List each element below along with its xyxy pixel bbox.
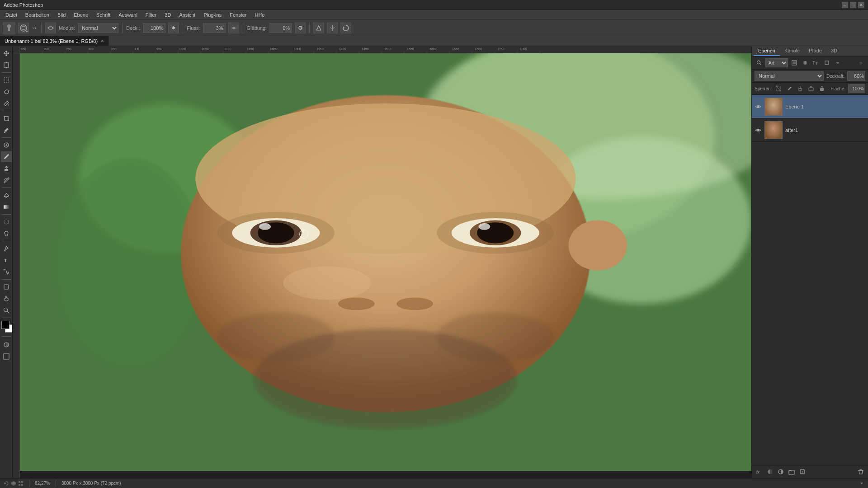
canvas-wrapper[interactable] [20, 53, 751, 471]
crop-tool[interactable] [1, 113, 12, 124]
add-fx-button[interactable]: fx [755, 467, 764, 476]
gradient-tool[interactable] [1, 202, 12, 212]
glaettung-settings-btn[interactable]: ⚙ [295, 23, 306, 33]
eyedropper-tool[interactable] [1, 125, 12, 136]
add-group-button[interactable] [787, 467, 796, 476]
svg-point-18 [4, 220, 9, 224]
menu-plugins[interactable]: Plug-ins [200, 11, 225, 19]
tab-ebenen[interactable]: Ebenen [754, 46, 780, 56]
brush-preset-picker[interactable]: ▼ [18, 23, 29, 33]
svg-rect-131 [19, 481, 20, 483]
screen-mode-btn[interactable] [1, 351, 12, 362]
angle-btn[interactable] [313, 23, 324, 33]
tab-3d[interactable]: 3D [826, 46, 842, 56]
menu-schrift[interactable]: Schrift [93, 11, 114, 19]
pen-tool[interactable] [1, 243, 12, 254]
menu-datei[interactable]: Datei [2, 11, 21, 19]
add-adjustment-button[interactable] [776, 467, 785, 476]
healing-brush-tool[interactable] [1, 140, 12, 150]
color-picker[interactable] [0, 321, 12, 334]
fill-input[interactable] [848, 84, 865, 93]
move-tool[interactable] [1, 48, 12, 59]
svg-text:1450: 1450 [362, 47, 369, 51]
menu-hilfe[interactable]: Hilfe [251, 11, 268, 19]
tab-pfade[interactable]: Pfade [804, 46, 826, 56]
history-brush-tool[interactable] [1, 175, 12, 186]
deck-input[interactable]: 100% [143, 23, 165, 33]
menu-fenster[interactable]: Fenster [226, 11, 250, 19]
opacity-label: Deckraft: [826, 74, 844, 79]
brush-tool[interactable] [1, 151, 12, 162]
opacity-input[interactable] [847, 71, 865, 81]
lasso-tool[interactable] [1, 86, 12, 97]
separator-3 [183, 23, 183, 33]
filter-pixel-btn[interactable] [790, 58, 799, 67]
type-tool[interactable]: T [1, 255, 12, 266]
svg-text:800: 800 [89, 47, 94, 51]
layers-filter-type[interactable]: Art [765, 58, 788, 67]
menu-bild[interactable]: Bild [54, 11, 69, 19]
layer-visibility-toggle[interactable] [755, 103, 762, 110]
layers-filter-toolbar: Art T T ○ [752, 56, 868, 70]
svg-line-24 [7, 311, 9, 314]
menu-filter[interactable]: Filter [142, 11, 160, 19]
layer-item[interactable]: after1 [752, 118, 868, 142]
glaettung-input[interactable]: 0% [269, 23, 292, 33]
eraser-tool[interactable] [1, 190, 12, 201]
clone-stamp-tool[interactable] [1, 163, 12, 174]
delete-layer-button[interactable] [856, 467, 865, 476]
menu-auswahl[interactable]: Auswahl [115, 11, 141, 19]
tab-close-icon[interactable]: ✕ [100, 38, 104, 43]
shape-tool[interactable] [1, 282, 12, 292]
lock-transparent-btn[interactable] [774, 84, 783, 93]
svg-text:T: T [816, 61, 818, 65]
quick-mask-btn[interactable] [1, 339, 12, 350]
path-selection-tool[interactable] [1, 267, 12, 277]
fluss-input[interactable]: 3% [203, 23, 226, 33]
title-bar-right[interactable]: ─ □ ✕ [842, 2, 864, 8]
foreground-color-swatch[interactable] [1, 321, 9, 329]
quick-select-tool[interactable] [1, 98, 12, 109]
modus-select[interactable]: Normal Auflösen Abdunkeln Multiplizieren [78, 23, 118, 33]
filter-smart-btn[interactable] [833, 58, 842, 67]
deck-pressure-btn[interactable]: ✱ [168, 23, 179, 33]
marquee-tool[interactable] [1, 75, 12, 85]
tool-preset-picker[interactable] [3, 22, 15, 34]
minimize-button[interactable]: ─ [842, 2, 848, 8]
symmetry-btn[interactable] [327, 23, 338, 33]
document-tab[interactable]: Unbenannt-1 bei 82,3% (Ebene 1, RGB/8) ✕ [0, 36, 109, 46]
layer-item[interactable]: Ebene 1 [752, 95, 868, 118]
lock-all-btn[interactable] [818, 84, 826, 93]
airbrush-btn[interactable] [228, 23, 239, 33]
add-mask-button[interactable] [765, 467, 774, 476]
artboard-tool[interactable] [1, 60, 12, 70]
tab-kanaele[interactable]: Kanäle [780, 46, 804, 56]
svg-text:1150: 1150 [247, 47, 254, 51]
dodge-tool[interactable] [1, 228, 12, 239]
add-layer-button[interactable] [798, 467, 807, 476]
toolbar-separator-3 [2, 137, 11, 138]
layer-info: after1 [785, 127, 865, 133]
filter-text-btn[interactable]: T T [811, 58, 821, 67]
blur-tool[interactable] [1, 216, 12, 227]
filter-shape-btn[interactable] [822, 58, 831, 67]
menu-ansicht[interactable]: Ansicht [175, 11, 199, 19]
zoom-tool[interactable] [1, 305, 12, 316]
menu-ebene[interactable]: Ebene [70, 11, 92, 19]
layer-thumbnail [764, 98, 783, 116]
close-button[interactable]: ✕ [858, 2, 864, 8]
blend-mode-select[interactable]: Normal Auflösen Abdunkeln Multiplizieren… [755, 71, 824, 81]
toolbar-separator-1 [2, 72, 11, 73]
filter-toggle-btn[interactable]: ○ [856, 58, 865, 67]
lock-artboard-btn[interactable] [807, 84, 815, 93]
hand-tool[interactable] [1, 293, 12, 304]
lock-image-btn[interactable] [785, 84, 793, 93]
layer-visibility-toggle[interactable] [755, 127, 762, 134]
rotate-btn[interactable] [340, 23, 351, 33]
menu-3d[interactable]: 3D [161, 11, 175, 19]
filter-adj-btn[interactable] [801, 58, 810, 67]
maximize-button[interactable]: □ [850, 2, 856, 8]
menu-bearbeiten[interactable]: Bearbeiten [22, 11, 53, 19]
brush-settings-toggle[interactable] [45, 23, 56, 33]
lock-position-btn[interactable] [796, 84, 804, 93]
